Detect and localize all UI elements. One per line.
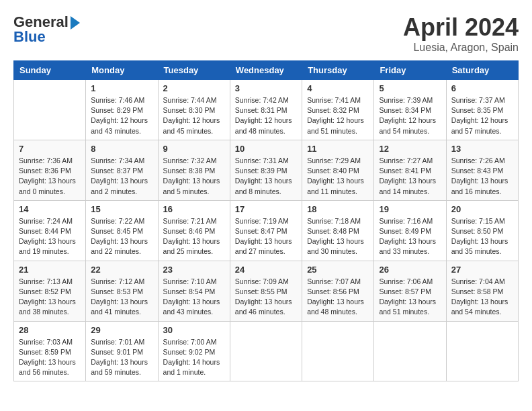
day-number: 4 (307, 83, 369, 93)
calendar-cell: 24Sunrise: 7:09 AM Sunset: 8:55 PM Dayli… (230, 261, 302, 321)
title-block: April 2024 Luesia, Aragon, Spain (403, 13, 519, 54)
calendar-cell: 6Sunrise: 7:37 AM Sunset: 8:35 PM Daylig… (446, 80, 518, 140)
day-number: 22 (91, 265, 152, 275)
weekday-header: Friday (374, 61, 446, 80)
logo-arrow-icon (71, 16, 80, 30)
day-info: Sunrise: 7:41 AM Sunset: 8:32 PM Dayligh… (307, 95, 369, 136)
calendar-cell: 26Sunrise: 7:06 AM Sunset: 8:57 PM Dayli… (374, 261, 446, 321)
day-number: 15 (91, 204, 152, 214)
day-info: Sunrise: 7:07 AM Sunset: 8:56 PM Dayligh… (307, 277, 369, 318)
day-info: Sunrise: 7:31 AM Sunset: 8:39 PM Dayligh… (235, 156, 297, 197)
calendar-cell: 29Sunrise: 7:01 AM Sunset: 9:01 PM Dayli… (86, 321, 158, 381)
day-info: Sunrise: 7:06 AM Sunset: 8:57 PM Dayligh… (379, 277, 441, 318)
day-number: 8 (91, 144, 152, 154)
calendar-week-row: 21Sunrise: 7:13 AM Sunset: 8:52 PM Dayli… (14, 261, 519, 321)
calendar-cell: 17Sunrise: 7:19 AM Sunset: 8:47 PM Dayli… (230, 200, 302, 261)
calendar-cell: 18Sunrise: 7:18 AM Sunset: 8:48 PM Dayli… (302, 200, 374, 261)
calendar-cell: 1Sunrise: 7:46 AM Sunset: 8:29 PM Daylig… (86, 80, 158, 140)
day-info: Sunrise: 7:19 AM Sunset: 8:47 PM Dayligh… (235, 216, 297, 257)
day-number: 6 (451, 83, 513, 93)
day-info: Sunrise: 7:44 AM Sunset: 8:30 PM Dayligh… (163, 95, 225, 136)
day-number: 19 (379, 204, 441, 214)
day-info: Sunrise: 7:26 AM Sunset: 8:43 PM Dayligh… (451, 156, 513, 197)
day-number: 28 (19, 325, 81, 335)
calendar-cell: 21Sunrise: 7:13 AM Sunset: 8:52 PM Dayli… (14, 261, 86, 321)
day-number: 27 (451, 265, 513, 275)
calendar-header-row: SundayMondayTuesdayWednesdayThursdayFrid… (14, 61, 519, 80)
day-info: Sunrise: 7:15 AM Sunset: 8:50 PM Dayligh… (451, 216, 513, 257)
calendar-table: SundayMondayTuesdayWednesdayThursdayFrid… (13, 60, 519, 381)
day-info: Sunrise: 7:12 AM Sunset: 8:53 PM Dayligh… (91, 277, 152, 318)
calendar-week-row: 28Sunrise: 7:03 AM Sunset: 8:59 PM Dayli… (14, 321, 519, 381)
day-info: Sunrise: 7:04 AM Sunset: 8:58 PM Dayligh… (451, 277, 513, 318)
day-number: 23 (163, 265, 225, 275)
calendar-week-row: 1Sunrise: 7:46 AM Sunset: 8:29 PM Daylig… (14, 80, 519, 140)
day-info: Sunrise: 7:09 AM Sunset: 8:55 PM Dayligh… (235, 277, 297, 318)
page-header: General Blue April 2024 Luesia, Aragon, … (13, 13, 519, 54)
calendar-cell: 16Sunrise: 7:21 AM Sunset: 8:46 PM Dayli… (158, 200, 230, 261)
day-number: 26 (379, 265, 441, 275)
calendar-cell: 10Sunrise: 7:31 AM Sunset: 8:39 PM Dayli… (230, 140, 302, 200)
day-number: 1 (91, 83, 152, 93)
day-number: 30 (163, 325, 225, 335)
day-number: 18 (307, 204, 369, 214)
day-info: Sunrise: 7:18 AM Sunset: 8:48 PM Dayligh… (307, 216, 369, 257)
day-number: 25 (307, 265, 369, 275)
calendar-cell: 9Sunrise: 7:32 AM Sunset: 8:38 PM Daylig… (158, 140, 230, 200)
day-number: 11 (307, 144, 369, 154)
day-info: Sunrise: 7:42 AM Sunset: 8:31 PM Dayligh… (235, 95, 297, 136)
calendar-cell: 5Sunrise: 7:39 AM Sunset: 8:34 PM Daylig… (374, 80, 446, 140)
day-info: Sunrise: 7:27 AM Sunset: 8:41 PM Dayligh… (379, 156, 441, 197)
day-number: 17 (235, 204, 297, 214)
calendar-cell (302, 321, 374, 381)
day-info: Sunrise: 7:46 AM Sunset: 8:29 PM Dayligh… (91, 95, 152, 136)
calendar-week-row: 7Sunrise: 7:36 AM Sunset: 8:36 PM Daylig… (14, 140, 519, 200)
weekday-header: Thursday (302, 61, 374, 80)
calendar-cell: 3Sunrise: 7:42 AM Sunset: 8:31 PM Daylig… (230, 80, 302, 140)
calendar-cell (230, 321, 302, 381)
calendar-cell: 14Sunrise: 7:24 AM Sunset: 8:44 PM Dayli… (14, 200, 86, 261)
logo: General Blue (13, 13, 80, 46)
day-info: Sunrise: 7:39 AM Sunset: 8:34 PM Dayligh… (379, 95, 441, 136)
calendar-cell: 11Sunrise: 7:29 AM Sunset: 8:40 PM Dayli… (302, 140, 374, 200)
calendar-cell: 4Sunrise: 7:41 AM Sunset: 8:32 PM Daylig… (302, 80, 374, 140)
day-number: 20 (451, 204, 513, 214)
day-info: Sunrise: 7:21 AM Sunset: 8:46 PM Dayligh… (163, 216, 225, 257)
calendar-cell: 27Sunrise: 7:04 AM Sunset: 8:58 PM Dayli… (446, 261, 518, 321)
day-number: 3 (235, 83, 297, 93)
calendar-cell: 7Sunrise: 7:36 AM Sunset: 8:36 PM Daylig… (14, 140, 86, 200)
day-info: Sunrise: 7:10 AM Sunset: 8:54 PM Dayligh… (163, 277, 225, 318)
calendar-cell (374, 321, 446, 381)
weekday-header: Monday (86, 61, 158, 80)
calendar-cell: 19Sunrise: 7:16 AM Sunset: 8:49 PM Dayli… (374, 200, 446, 261)
day-info: Sunrise: 7:03 AM Sunset: 8:59 PM Dayligh… (19, 337, 81, 378)
day-number: 16 (163, 204, 225, 214)
day-number: 2 (163, 83, 225, 93)
day-number: 10 (235, 144, 297, 154)
calendar-cell: 13Sunrise: 7:26 AM Sunset: 8:43 PM Dayli… (446, 140, 518, 200)
day-info: Sunrise: 7:36 AM Sunset: 8:36 PM Dayligh… (19, 156, 81, 197)
weekday-header: Sunday (14, 61, 86, 80)
day-info: Sunrise: 7:34 AM Sunset: 8:37 PM Dayligh… (91, 156, 152, 197)
calendar-cell: 20Sunrise: 7:15 AM Sunset: 8:50 PM Dayli… (446, 200, 518, 261)
day-info: Sunrise: 7:37 AM Sunset: 8:35 PM Dayligh… (451, 95, 513, 136)
day-number: 21 (19, 265, 81, 275)
day-number: 14 (19, 204, 81, 214)
day-number: 12 (379, 144, 441, 154)
calendar-cell: 15Sunrise: 7:22 AM Sunset: 8:45 PM Dayli… (86, 200, 158, 261)
day-info: Sunrise: 7:22 AM Sunset: 8:45 PM Dayligh… (91, 216, 152, 257)
day-number: 13 (451, 144, 513, 154)
calendar-cell: 12Sunrise: 7:27 AM Sunset: 8:41 PM Dayli… (374, 140, 446, 200)
day-info: Sunrise: 7:32 AM Sunset: 8:38 PM Dayligh… (163, 156, 225, 197)
calendar-cell: 30Sunrise: 7:00 AM Sunset: 9:02 PM Dayli… (158, 321, 230, 381)
calendar-cell: 22Sunrise: 7:12 AM Sunset: 8:53 PM Dayli… (86, 261, 158, 321)
day-number: 24 (235, 265, 297, 275)
calendar-cell: 28Sunrise: 7:03 AM Sunset: 8:59 PM Dayli… (14, 321, 86, 381)
calendar-week-row: 14Sunrise: 7:24 AM Sunset: 8:44 PM Dayli… (14, 200, 519, 261)
day-info: Sunrise: 7:13 AM Sunset: 8:52 PM Dayligh… (19, 277, 81, 318)
day-number: 5 (379, 83, 441, 93)
calendar-cell: 2Sunrise: 7:44 AM Sunset: 8:30 PM Daylig… (158, 80, 230, 140)
location-text: Luesia, Aragon, Spain (403, 42, 519, 54)
calendar-cell: 23Sunrise: 7:10 AM Sunset: 8:54 PM Dayli… (158, 261, 230, 321)
day-info: Sunrise: 7:00 AM Sunset: 9:02 PM Dayligh… (163, 337, 225, 378)
